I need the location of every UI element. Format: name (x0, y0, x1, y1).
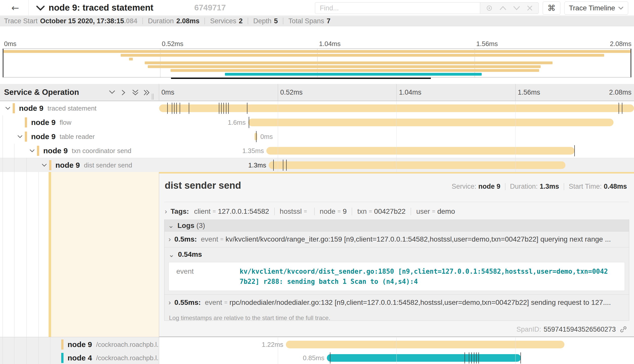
summary-item-label: Duration (148, 17, 174, 25)
expand-one-icon[interactable] (120, 89, 126, 96)
summary-divider (204, 18, 205, 24)
tag-item: client=127.0.0.1:54582 (194, 207, 269, 216)
tag-item: txn=00427b22 (357, 207, 406, 216)
minimap-left-handle[interactable] (3, 49, 4, 77)
tag-value: 9 (343, 207, 347, 216)
summary-divider (283, 18, 283, 24)
span-row[interactable]: node 9flow1.6ms (0, 115, 634, 130)
tag-equals: = (213, 208, 216, 215)
span-operation-name: txn coordinator send (72, 147, 132, 155)
descendant-span-rows: node 9/cockroach.roachpb.l...1.22msnode … (0, 337, 634, 364)
collapse-all-icon[interactable] (132, 89, 139, 96)
tree-guide-line (3, 115, 3, 364)
tag-divider (411, 208, 411, 215)
span-row[interactable]: node 9/cockroach.roachpb.l...1.22ms (0, 337, 634, 351)
chevron-down-icon: ⌄ (168, 221, 174, 230)
log-marker-tick (223, 103, 224, 114)
expand-chevron-icon[interactable] (28, 144, 36, 158)
minimap-tick-labels: 0ms0.52ms1.04ms1.56ms2.08ms (0, 40, 634, 48)
span-row[interactable]: node 4/cockroach.roachpb.l...0.85ms (0, 351, 634, 364)
tags-list: client=127.0.0.1:54582hostssl=node=9txn=… (194, 207, 455, 216)
expand-all-icon[interactable] (143, 89, 150, 96)
tag-key: txn (357, 207, 367, 216)
span-row[interactable]: node 9dist sender send1.3ms (0, 158, 634, 172)
timeline-gridline (396, 337, 397, 364)
log-marker-tick (174, 103, 175, 114)
collapse-title-icon[interactable] (36, 5, 45, 11)
log-marker-tick (476, 352, 477, 363)
tag-key: hostssl (280, 207, 302, 216)
span-duration-label: 1.3ms (248, 158, 266, 172)
minimap-scrubber[interactable] (171, 78, 431, 79)
span-tree-cell: node 9txn coordinator send (0, 144, 159, 158)
expand-chevron-icon[interactable] (40, 158, 48, 172)
minimap-right-handle[interactable] (630, 49, 631, 77)
span-tree-cell: node 9traced statement (0, 101, 159, 115)
span-service-name: node 9 (31, 132, 56, 141)
log-event-detail: event kv/kvclient/kvcoord/dist_sender.go… (168, 262, 625, 291)
back-button[interactable]: ← (8, 2, 23, 14)
span-tree-cell: node 9table reader (0, 130, 159, 144)
span-service-name: node 9 (31, 118, 56, 127)
log-marker-tick (176, 103, 177, 114)
log-marker-tick (619, 103, 619, 114)
tag-divider (274, 208, 275, 215)
span-color-chip (13, 103, 15, 113)
span-bar[interactable] (286, 341, 564, 348)
span-operation-name: traced statement (48, 104, 97, 112)
next-match-icon[interactable] (513, 6, 520, 11)
timeline-tick-label: 0.52ms (280, 84, 303, 101)
expand-chevron-icon[interactable] (4, 101, 12, 115)
minimap-canvas[interactable] (3, 49, 631, 77)
log-marker-tick (189, 103, 189, 114)
chevron-spacer (53, 351, 60, 364)
minimap-span-bar (145, 61, 553, 64)
log-marker-tick (256, 131, 257, 142)
keyboard-shortcuts-button[interactable]: ⌘ (543, 2, 560, 15)
span-id-value: 5597415943526560273 (544, 326, 616, 333)
span-bar[interactable] (327, 354, 521, 362)
start-time-value: 0.48ms (604, 183, 627, 190)
timeline-tick-label: 2.08ms (609, 84, 631, 101)
span-row[interactable]: node 9table reader0ms (0, 130, 634, 144)
match-target-icon[interactable] (486, 5, 493, 12)
span-service-name: node 9 (19, 104, 44, 113)
log-marker-tick (471, 352, 472, 363)
summary-item-value: October 15 2020, 17:38:15 (40, 17, 124, 25)
span-color-chip (61, 353, 64, 363)
expand-chevron-icon[interactable] (16, 130, 24, 144)
tags-row[interactable]: › Tags: client=127.0.0.1:54582hostssl=no… (165, 206, 455, 217)
span-id-row: SpanID: 5597415943526560273 (516, 325, 627, 333)
minimap-tick-label: 0.52ms (162, 40, 183, 48)
clear-find-icon[interactable] (527, 5, 533, 11)
log-text: rpc/nodedialer/nodedialer.go:132 [n9,cli… (229, 298, 611, 307)
logs-section: ⌄ Logs (3) › 0.5ms: event = kv/kvclient/… (164, 220, 629, 321)
span-bar[interactable] (248, 119, 614, 126)
log-entry-expanded-header[interactable]: ⌄ 0.54ms (164, 247, 629, 262)
log-marker-tick (172, 103, 172, 114)
prev-match-icon[interactable] (499, 6, 507, 11)
summary-item-value: 7 (327, 17, 330, 25)
column-resizer-handle[interactable] (152, 94, 155, 100)
view-select-button[interactable]: Trace Timeline (564, 2, 628, 15)
collapse-one-icon[interactable] (108, 89, 116, 95)
log-time: 0.55ms: (174, 298, 201, 307)
header-divider (28, 0, 29, 16)
tag-equals: = (304, 208, 307, 215)
span-service-name: node 9 (68, 340, 92, 349)
tree-guide-line (38, 172, 39, 364)
timeline-gridline (278, 337, 278, 364)
logs-header[interactable]: ⌄ Logs (3) (164, 220, 629, 231)
tree-guide-line (50, 337, 50, 364)
span-row[interactable]: node 9txn coordinator send1.35ms (0, 144, 634, 158)
tag-item: hostssl= (280, 207, 309, 216)
log-entry[interactable]: › 0.55ms: event = rpc/nodedialer/nodedia… (164, 295, 629, 310)
log-field-value: kv/kvclient/kvcoord/dist_sender.go:1850 … (240, 266, 609, 287)
find-input[interactable] (315, 2, 480, 14)
span-service-name: node 9 (55, 161, 80, 169)
span-row[interactable]: node 9traced statement (0, 101, 634, 115)
span-bar[interactable] (266, 147, 575, 155)
span-bar[interactable] (269, 161, 565, 169)
log-entry[interactable]: › 0.5ms: event = kv/kvclient/kvcoord/ran… (164, 231, 629, 247)
link-icon[interactable] (616, 325, 627, 333)
